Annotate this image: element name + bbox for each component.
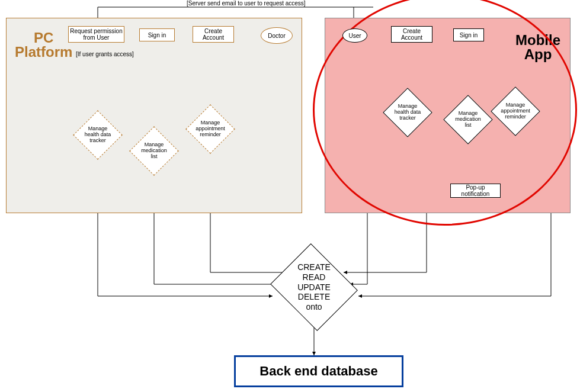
pc-medication-list-diamond: Manage medication list	[130, 127, 178, 175]
pc-appointment-reminder-diamond: Manage appointment reminder	[187, 105, 234, 153]
pc-request-permission-label: Request permission from User	[70, 28, 122, 41]
popup-notification-label: Pop-up notification	[452, 184, 499, 197]
pc-health-tracker-diamond: Manage health data tracker	[74, 111, 121, 159]
pc-sign-in-label: Sign in	[148, 32, 166, 38]
mobile-create-account-box: Create Account	[391, 26, 432, 43]
user-label: User	[348, 33, 361, 39]
pc-request-permission-box: Request permission from User	[68, 26, 124, 43]
crud-label: CREATE READ UPDATE DELETE onto	[264, 249, 364, 326]
mobile-medication-list-diamond: Manage medication list	[444, 96, 492, 143]
mobile-appointment-reminder-label: Manage appointment reminder	[492, 88, 539, 135]
pc-medication-list-label: Manage medication list	[130, 127, 178, 175]
pc-create-account-label: Create Account	[203, 28, 224, 41]
mobile-create-account-label: Create Account	[401, 28, 422, 41]
backend-database-box: Back end database	[234, 355, 403, 387]
crud-diamond: CREATE READ UPDATE DELETE onto	[264, 249, 364, 326]
mobile-health-tracker-diamond: Manage health data tracker	[384, 89, 431, 136]
mobile-health-tracker-label: Manage health data tracker	[384, 89, 431, 136]
mobile-app-title: Mobile App	[515, 33, 560, 62]
pc-health-tracker-label: Manage health data tracker	[74, 111, 121, 159]
guard-server-email: [Server send email to user to request ac…	[187, 0, 306, 7]
backend-database-label: Back end database	[259, 364, 377, 379]
guard-user-grants: [If user grants access]	[76, 51, 134, 57]
mobile-sign-in-label: Sign in	[460, 32, 478, 38]
mobile-medication-list-label: Manage medication list	[444, 96, 492, 143]
pc-platform-title: PC Platform	[15, 31, 72, 59]
pc-create-account-box: Create Account	[193, 26, 234, 43]
doctor-label: Doctor	[268, 33, 285, 39]
pc-appointment-reminder-label: Manage appointment reminder	[187, 105, 234, 153]
popup-notification-box: Pop-up notification	[450, 184, 501, 198]
mobile-appointment-reminder-diamond: Manage appointment reminder	[492, 88, 539, 135]
mobile-sign-in-box: Sign in	[453, 28, 484, 41]
pc-sign-in-box: Sign in	[139, 28, 175, 41]
user-actor: User	[342, 28, 367, 43]
doctor-actor: Doctor	[261, 27, 293, 44]
